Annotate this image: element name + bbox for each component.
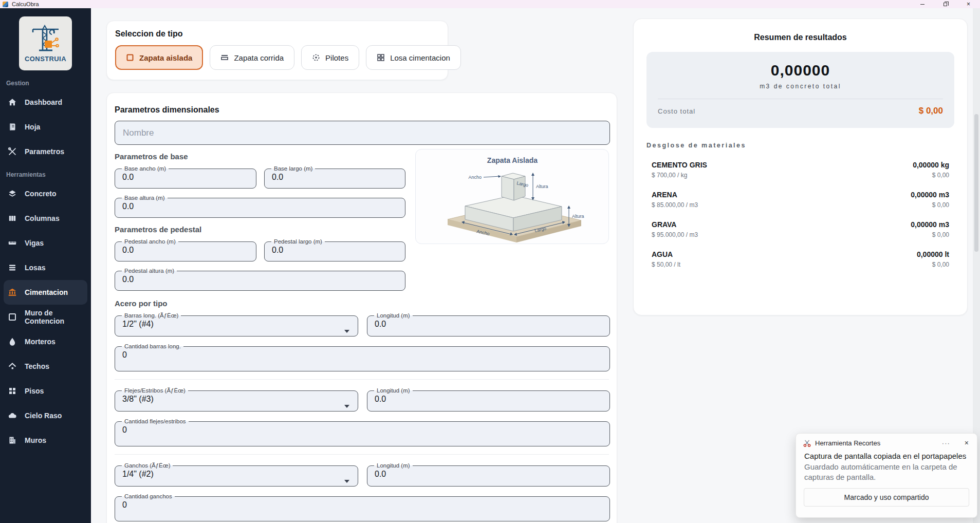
material-quantity: 0,00000 lt <box>917 250 949 258</box>
group-divider <box>115 379 609 380</box>
pedestal-ancho-field[interactable]: Pedestal ancho (m) 0.0 <box>115 238 256 262</box>
type-option-losa-cimentacion[interactable]: Losa cimentacion <box>366 45 461 70</box>
bank-icon <box>7 288 17 297</box>
title-bar: CalcuObra × <box>0 0 980 8</box>
pedestal-altura-field[interactable]: Pedestal altura (m) 0.0 <box>115 268 405 291</box>
material-quantity: 0,00000 m3 <box>911 220 949 229</box>
svg-text:Altura: Altura <box>572 214 584 219</box>
cantidad-flejes-field[interactable]: Cantidad flejes/estribos 0 <box>115 418 610 446</box>
minimize-icon <box>920 4 924 5</box>
pedestal-largo-field[interactable]: Pedestal largo (m) 0.0 <box>264 238 405 262</box>
breakdown-title: Desglose de materiales <box>646 142 954 149</box>
cost-total-label: Costo total <box>658 107 695 115</box>
logo-text: CONSTRUIA <box>25 55 66 63</box>
building-icon <box>7 436 17 445</box>
sidebar-item-parametros[interactable]: Parametros <box>0 139 91 164</box>
sidebar-item-morteros[interactable]: Morteros <box>0 329 91 354</box>
minimize-button[interactable] <box>911 0 934 8</box>
snipping-tool-toast: Herramienta Recortes ··· × Captura de pa… <box>796 433 977 518</box>
sidebar-item-concreto[interactable]: Concreto <box>0 181 91 206</box>
flejes-longitud-field[interactable]: Longitud (m) 0.0 <box>367 387 610 412</box>
sidebar-item-hoja[interactable]: Hoja <box>0 115 91 139</box>
material-row-agua: AGUA0,00000 lt $ 50,00 / lt$ 0,00 <box>646 250 954 268</box>
ganchos-longitud-field[interactable]: Longitud (m) 0.0 <box>367 462 610 487</box>
base-altura-field[interactable]: Base altura (m) 0.0 <box>115 195 405 218</box>
sidebar-item-cielo-raso[interactable]: Cielo Raso <box>0 403 91 428</box>
material-unit-price: $ 95.000,00 / m3 <box>652 231 698 238</box>
sidebar-item-pisos[interactable]: Pisos <box>0 379 91 403</box>
illustration-title: Zapata Aislada <box>487 156 538 164</box>
grid-icon <box>7 386 17 396</box>
sidebar-item-dashboard[interactable]: Dashboard <box>0 90 91 115</box>
svg-text:Altura: Altura <box>536 184 548 189</box>
type-option-pilotes[interactable]: Pilotes <box>301 45 359 70</box>
barras-long-select[interactable]: Barras long. (ÃƒËœ) 1/2" (#4) <box>115 312 358 337</box>
close-button[interactable]: × <box>957 0 980 8</box>
material-name: CEMENTO GRIS <box>652 161 707 169</box>
grid-outline-icon <box>377 53 385 62</box>
type-selector-title: Seleccion de tipo <box>115 29 439 39</box>
sidebar: CONSTRUIA Gestion Dashboard Hoja Paramet… <box>0 8 91 523</box>
cantidad-barras-field[interactable]: Cantidad barras long. 0 <box>115 343 610 371</box>
type-option-zapata-corrida[interactable]: Zapata corrida <box>210 45 294 70</box>
group-divider <box>115 454 609 455</box>
square-icon <box>7 312 17 322</box>
sidebar-item-vigas[interactable]: Vigas <box>0 231 91 255</box>
toast-close-button[interactable]: × <box>965 439 969 447</box>
flejes-estribos-select[interactable]: Flejes/Estribos (ÃƒËœ) 3/8" (#3) <box>115 387 358 412</box>
toast-title: Captura de pantalla copiada en el portap… <box>804 452 969 460</box>
maximize-button[interactable] <box>934 0 957 8</box>
zapata-illustration: Zapata Aislada Ancho <box>415 149 609 244</box>
droplet-icon <box>7 337 17 346</box>
material-total: $ 0,00 <box>932 261 949 268</box>
material-unit-price: $ 700,00 / kg <box>652 172 687 179</box>
columns-icon <box>7 214 17 223</box>
results-summary-box: 0,00000 m3 de concreto total Costo total… <box>646 52 954 128</box>
material-name: GRAVA <box>652 220 676 229</box>
home-icon <box>7 98 17 107</box>
toast-action-button[interactable]: Marcado y uso compartido <box>804 488 969 507</box>
cloud-icon <box>7 411 17 420</box>
sidebar-item-techos[interactable]: Techos <box>0 354 91 379</box>
base-ancho-field[interactable]: Base ancho (m) 0.0 <box>115 165 256 189</box>
pedestal-section-title: Parametros de pedestal <box>115 225 405 234</box>
results-card: Resumen de resultados 0,00000 m3 de conc… <box>633 18 968 315</box>
scrollbar-thumb[interactable] <box>974 114 978 252</box>
app-window: CalcuObra × <box>0 0 980 523</box>
base-largo-field[interactable]: Base largo (m) 0.0 <box>264 165 405 189</box>
window-title: CalcuObra <box>12 1 39 7</box>
toast-menu-button[interactable]: ··· <box>942 439 950 447</box>
square-outline-icon <box>126 53 134 62</box>
ganchos-select[interactable]: Ganchos (ÃƒËœ) 1/4" (#2) <box>115 462 358 487</box>
results-title: Resumen de resultados <box>646 33 954 42</box>
sidebar-item-cimentacion[interactable]: Cimentacion <box>4 280 87 305</box>
acero-section-title: Acero por tipo <box>115 299 609 308</box>
material-row-cemento: CEMENTO GRIS0,00000 kg $ 700,00 / kg$ 0,… <box>646 161 954 179</box>
section-label-herramientas: Herramientas <box>0 164 91 181</box>
sidebar-item-muro-de-contencion[interactable]: Muro de Contencion <box>0 305 91 329</box>
layers-icon <box>7 189 17 198</box>
sheet-icon <box>7 122 17 132</box>
app-icon <box>3 2 8 7</box>
barras-longitud-field[interactable]: Longitud (m) 0.0 <box>367 312 610 337</box>
maximize-icon <box>944 3 947 6</box>
dropdown-caret-icon <box>344 480 349 483</box>
form-title: Parametros dimensionales <box>115 105 609 115</box>
material-total: $ 0,00 <box>932 231 949 238</box>
material-unit-price: $ 85.000,00 / m3 <box>652 201 698 209</box>
target-icon <box>312 53 320 62</box>
type-selector-card: Seleccion de tipo Zapata aislada Zapata … <box>106 21 448 80</box>
total-concrete-value: 0,00000 <box>658 52 943 79</box>
name-input[interactable] <box>115 121 610 145</box>
material-row-arena: ARENA0,00000 m3 $ 85.000,00 / m3$ 0,00 <box>646 191 954 209</box>
cantidad-ganchos-field[interactable]: Cantidad ganchos 0 <box>115 493 610 521</box>
material-name: AGUA <box>652 250 673 258</box>
crane-logo-icon <box>30 25 62 54</box>
roof-icon <box>7 362 17 371</box>
dropdown-caret-icon <box>344 330 349 333</box>
type-option-zapata-aislada[interactable]: Zapata aislada <box>115 45 203 70</box>
svg-text:Ancho: Ancho <box>468 175 482 180</box>
sidebar-item-columnas[interactable]: Columnas <box>0 206 91 231</box>
sidebar-item-losas[interactable]: Losas <box>0 255 91 280</box>
sidebar-item-muros[interactable]: Muros <box>0 428 91 453</box>
